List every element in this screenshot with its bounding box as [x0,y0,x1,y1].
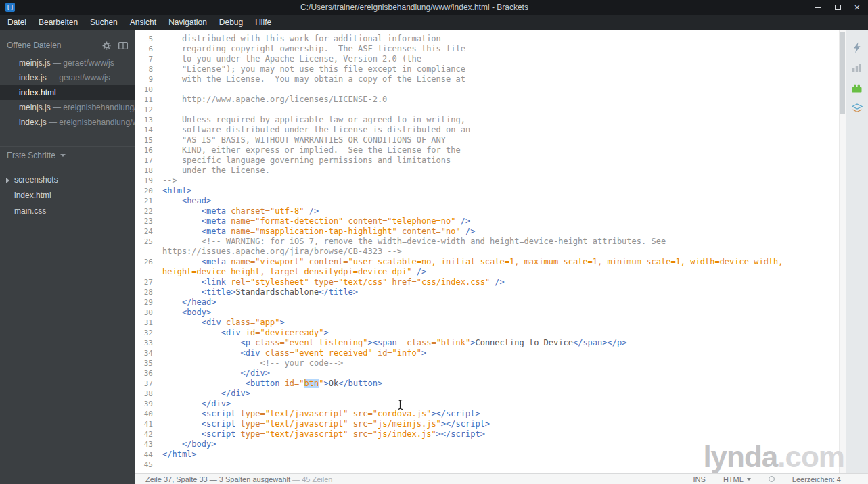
line-number: 33 [135,338,162,348]
gear-icon[interactable] [102,41,111,50]
code-row[interactable]: 8 "License"); you may not use this file … [135,64,839,74]
menu-debug[interactable]: Debug [213,15,249,30]
code-row[interactable]: 26 <meta name="viewport" content="user-s… [135,257,839,267]
code-text: <head> [162,196,839,206]
code-text: under the License. [162,166,839,176]
language-selector[interactable]: HTML [723,475,751,483]
maximize-button[interactable] [833,3,842,11]
menu-bearbeiten[interactable]: Bearbeiten [32,15,84,30]
code-row[interactable]: 17 specific language governing permissio… [135,155,839,166]
extension-brick-icon[interactable] [851,82,863,94]
code-row[interactable]: 19--> [135,176,839,186]
tree-item-index.html[interactable]: index.html [0,188,135,203]
code-row[interactable]: 5 distributed with this work for additio… [135,34,839,44]
code-row[interactable]: 24 <meta name="msapplication-tap-highlig… [135,226,839,237]
code-row[interactable]: 35 <!-- your code--> [135,358,839,368]
file-path: — ereignisbehandlung/www [47,118,135,127]
code-area[interactable]: 5 distributed with this work for additio… [135,30,839,473]
code-row[interactable]: height=device-height, target-densitydpi=… [135,267,839,277]
working-file-index.js[interactable]: index.js — ereignisbehandlung/www [0,115,135,130]
close-button[interactable]: × [853,3,861,11]
insert-mode-indicator[interactable]: INS [693,475,706,483]
code-row[interactable]: 25 <!-- WARNING: for iOS 7, remove the w… [135,237,839,247]
code-row[interactable]: 15 "AS IS" BASIS, WITHOUT WARRANTIES OR … [135,135,839,145]
code-text: <script type="text/javascript" src="js/i… [162,429,839,439]
code-row[interactable]: 44</html> [135,450,839,460]
code-text: <html> [162,186,839,196]
code-row[interactable]: 41 <script type="text/javascript" src="j… [135,419,839,429]
chevron-down-icon [60,154,66,157]
tree-item-main.css[interactable]: main.css [0,203,135,219]
code-row[interactable]: 37 <button id="btn">Ok</button> [135,379,839,389]
layers-icon[interactable] [851,102,863,114]
code-row[interactable]: 33 <p class="event listening"><span clas… [135,338,839,348]
folder-collapse-icon[interactable] [6,178,9,183]
code-row[interactable]: 13 Unless required by applicable law or … [135,115,839,125]
file-path: — geraet/www/js [47,73,110,82]
code-row[interactable]: 34 <div class="event received" id="info"… [135,348,839,358]
code-row[interactable]: 16 KIND, either express or implied. See … [135,145,839,155]
code-row[interactable]: 28 <title>Standardschablone</title> [135,287,839,297]
line-number: 31 [135,318,162,328]
code-row[interactable]: 12 [135,105,839,115]
columns-icon[interactable] [851,62,863,74]
code-row[interactable]: 11 http://www.apache.org/licenses/LICENS… [135,95,839,105]
code-row[interactable]: 22 <meta charset="utf-8" /> [135,206,839,216]
working-file-meinjs.js[interactable]: meinjs.js — ereignisbehandlung/www [0,100,135,115]
code-row[interactable]: 18 under the License. [135,166,839,176]
line-number: 23 [135,216,162,226]
code-row[interactable]: 9 with the License. You may obtain a cop… [135,74,839,84]
menu-datei[interactable]: Datei [1,15,32,30]
line-number: 45 [135,460,162,470]
vertical-scrollbar[interactable] [839,30,846,473]
code-row[interactable]: 39 </div> [135,399,839,409]
code-row[interactable]: 7 to you under the Apache License, Versi… [135,54,839,64]
code-row[interactable]: 10 [135,84,839,95]
line-number: 41 [135,419,162,429]
code-row[interactable]: 30 <body> [135,308,839,318]
code-row[interactable]: 6 regarding copyright ownership. The ASF… [135,44,839,54]
line-number: 16 [135,145,162,155]
code-row[interactable]: 29 </head> [135,297,839,308]
menu-suchen[interactable]: Suchen [84,15,124,30]
tree-item-label: index.html [14,191,51,200]
code-row[interactable]: 43 </body> [135,439,839,450]
working-file-meinjs.js[interactable]: meinjs.js — geraet/www/js [0,55,135,70]
working-file-index.html[interactable]: index.html [0,85,135,100]
project-dropdown[interactable]: Erste Schritte [0,146,135,164]
tree-item-screenshots[interactable]: screenshots [0,172,135,188]
sidebar: Offene Dateien meinjs.js — geraet/ [0,30,135,484]
code-text: <!-- your code--> [162,358,839,368]
code-row[interactable]: 21 <head> [135,196,839,206]
code-row[interactable]: https://issues.apache.org/jira/browse/CB… [135,247,839,257]
minimize-button[interactable] [814,3,822,11]
menu-ansicht[interactable]: Ansicht [124,15,162,30]
code-row[interactable]: 14 software distributed under the Licens… [135,125,839,135]
working-file-index.js[interactable]: index.js — geraet/www/js [0,70,135,85]
code-text: --> [162,176,839,186]
code-text: <meta name="format-detection" content="t… [162,216,839,226]
live-preview-icon[interactable] [851,41,863,53]
file-name: index.html [19,88,56,97]
indent-setting[interactable]: Leerzeichen: 4 [792,475,841,483]
line-number: 27 [135,277,162,287]
line-number: 24 [135,226,162,237]
menu-navigation[interactable]: Navigation [162,15,213,30]
code-row[interactable]: 27 <link rel="stylesheet" type="text/css… [135,277,839,287]
code-row[interactable]: 42 <script type="text/javascript" src="j… [135,429,839,439]
code-row[interactable]: 23 <meta name="format-detection" content… [135,216,839,226]
code-row[interactable]: 32 <div id="deviceready"> [135,328,839,338]
code-row[interactable]: 31 <div class="app"> [135,318,839,328]
line-number: 39 [135,399,162,409]
code-row[interactable]: 45 [135,460,839,470]
code-row[interactable]: 40 <script type="text/javascript" src="c… [135,409,839,419]
code-row[interactable]: 20<html> [135,186,839,196]
split-view-icon[interactable] [118,42,128,49]
scrollbar-thumb[interactable] [840,32,845,114]
status-right: INS HTML Leerzeichen: 4 [676,475,868,483]
code-row[interactable]: 36 </div> [135,368,839,379]
lint-status-icon[interactable] [769,476,775,482]
menu-hilfe[interactable]: Hilfe [249,15,277,30]
code-row[interactable]: 38 </div> [135,389,839,399]
line-number: 32 [135,328,162,338]
